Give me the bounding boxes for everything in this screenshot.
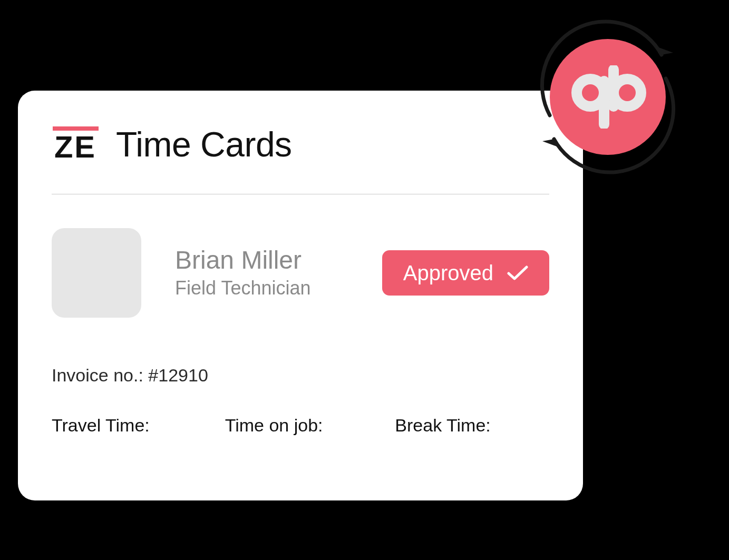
invoice-line: Invoice no.: #12910 [52, 365, 549, 386]
card-header: ZE Time Cards [52, 124, 549, 194]
svg-marker-0 [653, 45, 673, 55]
avatar [52, 228, 141, 318]
logo-text: ZE [54, 132, 96, 162]
time-on-job-label: Time on job: [206, 415, 380, 436]
invoice-label: Invoice no.: [52, 365, 143, 385]
svg-point-5 [614, 79, 641, 106]
check-icon [507, 264, 528, 281]
employee-name: Brian Miller [175, 247, 348, 274]
approved-button[interactable]: Approved [382, 250, 549, 296]
time-breakdown-row: Travel Time: Time on job: Break Time: [52, 415, 549, 436]
employee-meta: Brian Miller Field Technician [175, 247, 348, 300]
invoice-number: #12910 [148, 365, 208, 385]
employee-row: Brian Miller Field Technician Approved [52, 228, 549, 318]
travel-time-label: Travel Time: [52, 415, 206, 436]
ze-logo: ZE [52, 126, 99, 162]
sync-badge [518, 7, 697, 186]
time-card-panel: ZE Time Cards Brian Miller Field Technic… [18, 91, 583, 500]
quickbooks-icon [550, 39, 666, 155]
break-time-label: Break Time: [379, 415, 549, 436]
page-title: Time Cards [116, 124, 292, 164]
employee-role: Field Technician [175, 277, 348, 299]
status-label: Approved [403, 261, 493, 285]
svg-marker-1 [542, 139, 562, 149]
